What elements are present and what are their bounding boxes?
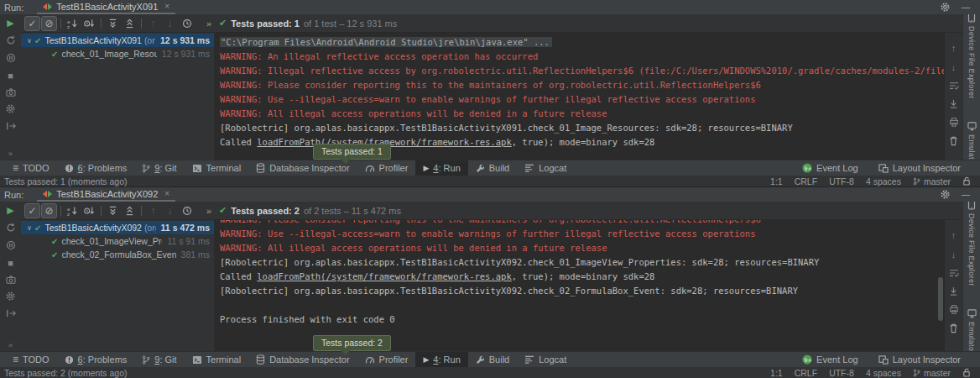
rerun-failed-tests-icon[interactable] (6, 223, 16, 233)
clear-all-trash-icon[interactable] (949, 323, 958, 333)
encoding-widget[interactable]: UTF-8 (829, 368, 854, 378)
next-failed-test-icon[interactable]: ↓ (162, 203, 178, 218)
previous-failed-test-icon[interactable]: ↑ (145, 16, 161, 31)
toolwindow-terminal[interactable]: Terminal (185, 160, 249, 176)
sort-alphabetically-icon[interactable]: az (65, 203, 81, 218)
toolwindow-logcat[interactable]: Logcat (517, 352, 574, 367)
encoding-widget[interactable]: UTF-8 (829, 176, 854, 186)
collapse-all-icon[interactable] (122, 16, 138, 31)
run-tab[interactable]: TestB1BasicActivityX091 × (37, 0, 175, 14)
indent-widget[interactable]: 4 spaces (866, 176, 901, 186)
toolwindow-todo[interactable]: ≡TODO (5, 352, 57, 367)
test-tree-row[interactable]: ✔ check_01_Image_Resources 12 s 931 ms (21, 47, 214, 60)
more-actions-icon[interactable]: » (8, 150, 13, 158)
sort-alphabetically-icon[interactable]: az (65, 16, 81, 31)
screenshot-icon[interactable] (6, 88, 16, 97)
readonly-lock-icon[interactable] (962, 368, 971, 377)
git-branch-widget[interactable]: master (913, 176, 951, 186)
event-log-button[interactable]: 9+Event Log (795, 163, 866, 173)
layout-inspector-button[interactable]: Layout Inspector (871, 354, 968, 365)
stop-button[interactable]: ■ (8, 258, 13, 268)
test-settings-gear-icon[interactable] (6, 104, 15, 113)
toolwindow-git[interactable]: 9: Git (134, 160, 184, 176)
toolwindow-terminal[interactable]: Terminal (185, 352, 249, 367)
show-passed-toggle[interactable]: ✓ (24, 16, 40, 31)
git-branch-widget[interactable]: master (913, 368, 951, 378)
screenshot-icon[interactable] (6, 276, 16, 284)
scroll-down-icon[interactable]: ↓ (951, 249, 957, 260)
rerun-tests-button[interactable]: ▶ (7, 18, 13, 28)
clear-all-trash-icon[interactable] (949, 136, 958, 146)
console-output[interactable]: WARNING: Please consider reporting this … (214, 220, 944, 351)
readonly-lock-icon[interactable] (962, 176, 971, 186)
close-tab-icon[interactable]: × (164, 2, 169, 11)
toolwindow-profiler[interactable]: Profiler (357, 160, 416, 176)
console-output[interactable]: "C:\Program Files\Android\Android Studio… (214, 33, 944, 160)
console-scrollbar-thumb[interactable] (938, 277, 943, 321)
toolwindow-problems[interactable]: 6: Problems (57, 160, 135, 176)
line-ending-widget[interactable]: CRLF (795, 176, 817, 186)
coverage-icon[interactable] (6, 240, 16, 250)
toolwindow-todo[interactable]: ≡TODO (5, 160, 57, 176)
sort-by-duration-icon[interactable] (81, 203, 97, 218)
toolwindow-build[interactable]: Build (468, 352, 517, 367)
import-test-results-icon[interactable] (6, 308, 16, 318)
caret-position-widget[interactable]: 1:1 (770, 368, 783, 378)
print-icon[interactable] (949, 118, 959, 127)
test-tree-root-row[interactable]: ∨ ✔ TestB1BasicActivityX092 (org.aplas.t… (21, 221, 214, 234)
soft-wrap-icon[interactable] (949, 269, 959, 277)
rerun-failed-tests-icon[interactable] (6, 35, 16, 45)
show-passed-toggle[interactable]: ✓ (24, 203, 40, 218)
settings-gear-icon[interactable] (941, 190, 950, 199)
toolwindow-run[interactable]: ▶4: Run (415, 160, 467, 176)
indent-widget[interactable]: 4 spaces (866, 368, 901, 378)
collapse-all-icon[interactable] (122, 203, 138, 218)
toolwindow-run[interactable]: ▶4: Run (415, 352, 467, 367)
layout-inspector-button[interactable]: Layout Inspector (871, 163, 968, 173)
chevron-down-icon[interactable]: ∨ (24, 224, 34, 232)
stop-button[interactable]: ■ (8, 71, 13, 81)
tool-tab-device-file-explorer[interactable]: Device File Explorer (967, 199, 976, 286)
test-history-icon[interactable] (179, 16, 195, 31)
print-icon[interactable] (949, 305, 959, 314)
show-ignored-toggle[interactable]: ⊘ (41, 203, 57, 218)
expand-all-icon[interactable] (105, 203, 121, 218)
expand-all-icon[interactable] (105, 16, 121, 31)
line-ending-widget[interactable]: CRLF (795, 368, 817, 378)
next-failed-test-icon[interactable]: ↓ (162, 16, 178, 31)
toolwindow-profiler[interactable]: Profiler (357, 352, 416, 367)
caret-position-widget[interactable]: 1:1 (770, 176, 783, 186)
scroll-to-end-icon[interactable] (949, 286, 958, 296)
test-tree-row[interactable]: ✔ check_01_ImageView_Properties 11 s 91 … (21, 234, 214, 248)
more-toolbar-actions-icon[interactable]: » (206, 206, 215, 216)
soft-wrap-icon[interactable] (949, 81, 959, 90)
more-toolbar-actions-icon[interactable]: » (206, 18, 215, 29)
tool-tab-device-file-explorer[interactable]: Device File Explorer (967, 12, 976, 99)
tool-tab-emulator[interactable]: Emulator (967, 308, 977, 354)
toolwindow-git[interactable]: 9: Git (134, 352, 184, 367)
toolwindow-problems[interactable]: 6: Problems (57, 352, 135, 367)
event-log-button[interactable]: 9+Event Log (795, 354, 866, 365)
close-tab-icon[interactable]: × (164, 189, 169, 198)
rerun-tests-button[interactable]: ▶ (7, 205, 13, 215)
console-file-link[interactable]: loadFromPath(/system/framework/framework… (257, 271, 511, 281)
settings-gear-icon[interactable] (941, 3, 950, 12)
test-history-icon[interactable] (179, 203, 195, 218)
test-tree-root-row[interactable]: ∨ ✔ TestB1BasicActivityX091 (org.aplas.t… (21, 34, 214, 47)
test-settings-gear-icon[interactable] (6, 291, 15, 301)
scroll-to-end-icon[interactable] (949, 99, 958, 108)
hide-window-icon[interactable]: — (962, 191, 970, 199)
scroll-up-icon[interactable]: ↑ (951, 230, 957, 240)
toolwindow-logcat[interactable]: Logcat (517, 160, 574, 176)
scroll-up-icon[interactable]: ↑ (951, 43, 957, 53)
toolwindow-build[interactable]: Build (468, 160, 517, 176)
chevron-down-icon[interactable]: ∨ (24, 37, 34, 45)
previous-failed-test-icon[interactable]: ↑ (145, 203, 161, 218)
coverage-icon[interactable] (6, 53, 16, 63)
import-test-results-icon[interactable] (6, 121, 16, 131)
sort-by-duration-icon[interactable] (81, 16, 97, 31)
run-tab[interactable]: TestB1BasicActivityX092 × (37, 187, 175, 202)
show-ignored-toggle[interactable]: ⊘ (41, 16, 57, 31)
test-tree-row[interactable]: ✔ check_02_FormulaBox_Event 381 ms (21, 248, 214, 261)
hide-window-icon[interactable]: — (962, 3, 970, 12)
